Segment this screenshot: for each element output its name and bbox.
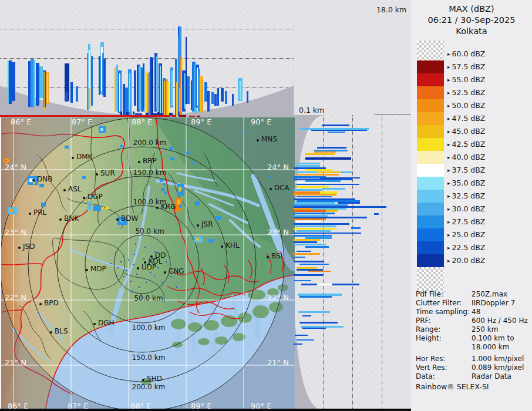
- metadata-label: Clutter Filter:: [416, 299, 472, 308]
- metadata-row: Range:250 km: [416, 325, 531, 334]
- tick-arrow-icon: ▸: [447, 90, 450, 96]
- metadata-value: Radar Data: [472, 372, 531, 381]
- panel-edge-line: [374, 114, 416, 115]
- tick-arrow-icon: ▸: [447, 129, 450, 134]
- metadata-row: Clutter Filter:IIRDoppler 7: [416, 299, 531, 308]
- tick-arrow-icon: ▸: [447, 77, 450, 83]
- metadata-label: Time sampling:: [416, 308, 472, 316]
- dbz-scale-label: ▸40.0 dBZ: [447, 153, 485, 161]
- dbz-scale-label: ▸30.0 dBZ: [447, 204, 485, 213]
- metadata-value: 1.000 km/pixel: [472, 355, 531, 363]
- xz-height-projection-panel: [0, 0, 294, 117]
- metadata-row: Pdf File:250Z.max: [416, 290, 531, 299]
- dbz-swatch: [417, 177, 444, 190]
- tick-arrow-icon: ▸: [447, 167, 450, 173]
- dbz-swatch-transparent: [417, 267, 444, 293]
- radar-product-window: 86° E87° E88° E89° E90° E86° E87° E88° E…: [0, 0, 532, 411]
- metadata-value: IIRDoppler 7: [472, 299, 531, 308]
- tick-arrow-icon: ▸: [447, 180, 450, 186]
- metadata-value: 250 km: [472, 325, 531, 334]
- dbz-color-scale: ▸60.0 dBZ▸57.5 dBZ▸55.0 dBZ▸52.5 dBZ▸50.…: [417, 41, 532, 293]
- metadata-row: Hor Res:1.000 km/pixel: [416, 355, 531, 363]
- metadata-value: 18.000 km: [472, 343, 531, 352]
- metadata-row: Height:0.100 km to: [416, 334, 531, 343]
- product-datetime: 06:21 / 30-Sep-2025: [411, 15, 532, 25]
- metadata-row: Data:Radar Data: [416, 372, 531, 381]
- beam-blockage-wedge: [0, 0, 294, 117]
- base-map: [1, 117, 295, 411]
- dbz-swatch: [417, 228, 444, 241]
- product-metadata: Pdf File:250Z.maxClutter Filter:IIRDoppl…: [416, 290, 531, 381]
- dbz-swatch: [417, 190, 444, 203]
- metadata-label: Vert Res:: [416, 363, 472, 372]
- dbz-scale-label: ▸37.5 dBZ: [447, 166, 485, 174]
- dbz-scale-label: ▸27.5 dBZ: [447, 217, 485, 226]
- metadata-value: 600 Hz / 450 Hz: [472, 316, 531, 325]
- dbz-swatch: [417, 203, 444, 215]
- metadata-row: 18.000 km: [416, 343, 531, 352]
- tick-arrow-icon: ▸: [447, 219, 450, 225]
- metadata-value: 0.089 km/pixel: [472, 363, 531, 372]
- metadata-label: [416, 343, 472, 352]
- tick-arrow-icon: ▸: [447, 142, 450, 147]
- dbz-swatch: [417, 60, 444, 73]
- metadata-label: Data:: [416, 372, 472, 381]
- dbz-swatch: [417, 164, 444, 177]
- dbz-scale-label: ▸60.0 dBZ: [447, 49, 485, 58]
- metadata-label: PRF:: [416, 316, 472, 325]
- height-axis-min-label: 0.1 km: [299, 106, 324, 114]
- metadata-value: 48: [472, 308, 531, 316]
- dbz-scale-label: ▸32.5 dBZ: [447, 191, 485, 200]
- metadata-value: 0.100 km to: [472, 334, 531, 343]
- dbz-swatch: [417, 86, 444, 99]
- dbz-swatch: [417, 138, 444, 151]
- dbz-scale-label: ▸45.0 dBZ: [447, 127, 485, 136]
- metadata-row: Vert Res:0.089 km/pixel: [416, 363, 531, 372]
- tick-arrow-icon: ▸: [447, 51, 450, 57]
- tick-arrow-icon: ▸: [447, 245, 450, 251]
- tick-arrow-icon: ▸: [447, 193, 450, 199]
- height-axis-max-label: 18.0 km: [376, 5, 406, 14]
- dbz-scale-label: ▸20.0 dBZ: [447, 256, 485, 265]
- dbz-scale-label: ▸50.0 dBZ: [447, 101, 485, 110]
- dbz-scale-label: ▸25.0 dBZ: [447, 230, 485, 239]
- tick-arrow-icon: ▸: [447, 258, 450, 264]
- metadata-label: Range:: [416, 325, 472, 334]
- dbz-swatch: [417, 73, 444, 86]
- dbz-scale-label: ▸57.5 dBZ: [447, 62, 485, 71]
- dbz-swatch: [417, 151, 444, 164]
- metadata-row: PRF:600 Hz / 450 Hz: [416, 316, 531, 325]
- software-brand: Rainbow® SELEX-SI: [416, 382, 489, 391]
- product-title: MAX (dBZ): [411, 4, 532, 14]
- tick-arrow-icon: ▸: [447, 103, 450, 109]
- metadata-row: Time sampling:48: [416, 308, 531, 316]
- panel-divider: [294, 0, 294, 115]
- dbz-swatch: [417, 125, 444, 138]
- tick-arrow-icon: ▸: [447, 232, 450, 238]
- legend-panel: MAX (dBZ) 06:21 / 30-Sep-2025 Kolkata ▸6…: [411, 0, 532, 411]
- tick-arrow-icon: ▸: [447, 206, 450, 212]
- dbz-swatch: [417, 215, 444, 228]
- radar-site-name: Kolkata: [411, 26, 532, 36]
- metadata-label: Height:: [416, 334, 472, 343]
- dbz-swatch: [417, 99, 444, 112]
- beam-blockage-wedge: [294, 115, 417, 409]
- map-panel: [0, 117, 295, 411]
- dbz-scale-label: ▸55.0 dBZ: [447, 75, 485, 84]
- dbz-swatch-transparent: [417, 41, 444, 60]
- tick-arrow-icon: ▸: [447, 154, 450, 160]
- metadata-value: 250Z.max: [472, 290, 531, 299]
- dbz-scale-label: ▸47.5 dBZ: [447, 114, 485, 123]
- metadata-label: Hor Res:: [416, 355, 472, 363]
- dbz-swatch: [417, 241, 444, 254]
- dbz-scale-label: ▸35.0 dBZ: [447, 178, 485, 187]
- dbz-scale-label: ▸42.5 dBZ: [447, 140, 485, 149]
- bottom-border-bar: [0, 409, 411, 411]
- zy-height-projection-panel: [294, 115, 417, 409]
- dbz-swatch: [417, 254, 444, 267]
- dbz-swatch: [417, 112, 444, 125]
- dbz-scale-label: ▸52.5 dBZ: [447, 88, 485, 97]
- dbz-scale-label: ▸22.5 dBZ: [447, 243, 485, 252]
- metadata-label: Pdf File:: [416, 290, 472, 299]
- tick-arrow-icon: ▸: [447, 116, 450, 122]
